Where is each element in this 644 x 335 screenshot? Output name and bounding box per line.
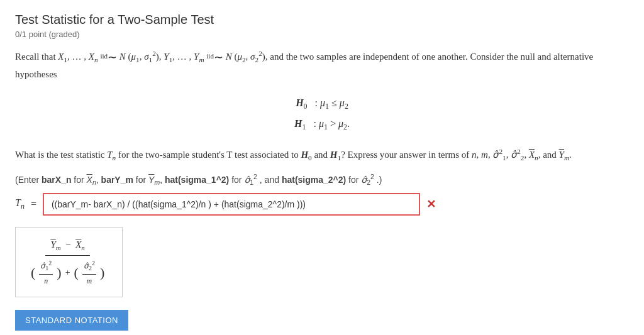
answer-input[interactable]: [43, 193, 420, 216]
tn-label: Tn: [15, 197, 25, 211]
clear-icon[interactable]: ✕: [426, 197, 436, 211]
problem-text: Recall that X1, … , Xn iid∼ N (μ1, σ12),…: [15, 48, 629, 82]
grade-info: 0/1 point (graded): [15, 30, 629, 39]
page-title: Test Statistic for a Two-Sample Test: [15, 13, 629, 27]
answer-row: Tn = ✕: [15, 193, 629, 216]
standard-notation-button[interactable]: STANDARD NOTATION: [15, 310, 128, 331]
equals-sign: =: [31, 199, 36, 210]
question-text: What is the test statistic Tn for the tw…: [15, 146, 629, 164]
formula-rendered-box: Ym − Xn ( σ̂12 n ) + ( σ̂22 m: [15, 227, 123, 297]
enter-hint: (Enter barX_n for Xn, barY_m for Ym, hat…: [15, 173, 629, 186]
hypotheses-block: H0 : μ1 ≤ μ2 H1 : μ1 > μ2.: [15, 93, 629, 135]
